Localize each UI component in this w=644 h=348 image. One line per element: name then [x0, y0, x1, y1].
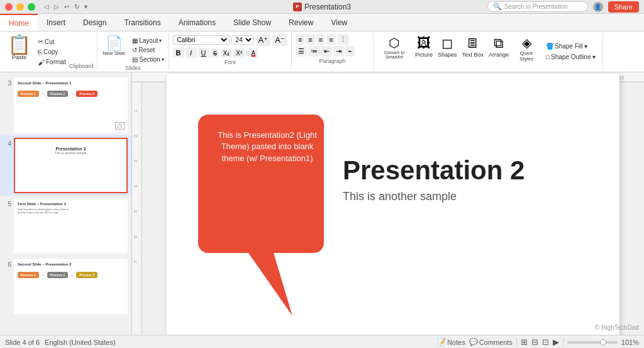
reset-icon: ↺ [132, 47, 137, 53]
quick-styles-button[interactable]: ◈ Quick Styles [511, 34, 541, 69]
superscript-button[interactable]: X² [233, 48, 245, 58]
align-center-button[interactable]: ≡ [306, 34, 314, 45]
clipboard-group: 📋 Paste ✂ Cut ⎘ Copy 🖌 Format Clipboard [0, 33, 97, 70]
italic-button[interactable]: I [186, 48, 197, 58]
shape-outline-button[interactable]: □ Shape Outline ▾ [544, 53, 597, 61]
copy-label: Copy [43, 48, 58, 55]
slide-4-title: Presentation 2 [15, 147, 126, 151]
indent-increase-button[interactable]: ⇥ [333, 46, 344, 57]
slide-item-6[interactable]: 6 Second Slide – Presentation 2 Process … [0, 256, 131, 317]
align-left-button[interactable]: ≡ [296, 34, 304, 45]
tab-insert[interactable]: Insert [38, 14, 74, 31]
tab-animations[interactable]: Animations [170, 14, 225, 31]
font-color-button[interactable]: A [249, 48, 258, 58]
repeat-icon[interactable]: ↻ [73, 3, 80, 10]
proc-arrow-2: → [70, 92, 74, 96]
minimize-button[interactable] [16, 3, 24, 11]
align-right-button[interactable]: ≡ [316, 34, 325, 45]
ribbon-tab-bar: Home Insert Design Transitions Animation… [0, 14, 644, 31]
back-icon[interactable]: ◁ [43, 3, 50, 10]
text-direction-button[interactable]: ⌁ [345, 46, 355, 57]
reset-button[interactable]: ↺ Reset [130, 46, 165, 54]
new-slide-button[interactable]: 📄 New Slide [100, 35, 128, 57]
main-area: 3 Second Slide – Presentation 1 Process … [0, 72, 644, 335]
svg-text:13: 13 [619, 76, 624, 80]
layout-button[interactable]: ▦ Layout ▾ [130, 36, 165, 45]
copy-button[interactable]: ⎘ Copy [36, 48, 68, 57]
font-increase-button[interactable]: A⁺ [256, 34, 271, 46]
slide-thumbnail-4: Presentation 2 This is another sample [14, 138, 128, 193]
cut-button[interactable]: ✂ Cut [36, 37, 68, 47]
zoom-level[interactable]: 101% [621, 339, 639, 346]
tab-transitions[interactable]: Transitions [115, 14, 169, 31]
slide-4-subtitle: This is another sample [15, 151, 126, 155]
text-box-button[interactable]: 🗏 Text Box [459, 34, 486, 69]
ribbon-content: 📋 Paste ✂ Cut ⎘ Copy 🖌 Format Clipboard [0, 31, 644, 72]
proc-arrow-1: → [41, 92, 45, 96]
normal-view-button[interactable]: ⊞ [521, 337, 528, 347]
reading-view-button[interactable]: ⊡ [542, 337, 549, 347]
bold-button[interactable]: B [173, 48, 184, 58]
forward-icon[interactable]: ▷ [53, 3, 60, 10]
font-family-select[interactable]: Calibri [173, 35, 230, 45]
slide-item-5[interactable]: 5 First Slide – Presentation 2 Note how … [0, 196, 131, 256]
numbered-list-button[interactable]: ≔ [308, 46, 320, 57]
shapes-button[interactable]: ◻ Shapes [435, 34, 460, 69]
tab-home[interactable]: Home [0, 14, 38, 31]
shape-fill-button[interactable]: 🪣 Shape Fill ▾ [544, 42, 597, 50]
user-avatar[interactable]: 👤 [593, 2, 603, 12]
slides-panel: 3 Second Slide – Presentation 1 Process … [0, 72, 132, 335]
convert-smartart-button[interactable]: ⬡ Convert to SmartArt [376, 34, 413, 69]
slide-6-title: Second Slide – Presentation 2 [15, 260, 126, 267]
ruler-vertical: 1 2 3 4 5 6 7 [132, 82, 142, 335]
proc-box-2: Process 2 [47, 91, 69, 97]
new-slide-label: New Slide [103, 50, 125, 56]
customize-icon[interactable]: ▾ [83, 3, 89, 10]
tab-view[interactable]: View [322, 14, 356, 31]
text-box-label: Text Box [462, 52, 484, 58]
subscript-button[interactable]: X₂ [221, 48, 233, 58]
picture-button[interactable]: 🖼 Picture [413, 34, 435, 69]
shapes-icon: ◻ [441, 35, 453, 52]
tab-design[interactable]: Design [74, 14, 115, 31]
slide-canvas-title[interactable]: Presentation 2 [343, 155, 525, 186]
callout-container[interactable]: This is Presentation2 (Light Theme) past… [198, 108, 330, 181]
slideshow-button[interactable]: ▶ [553, 337, 559, 347]
shapes-label: Shapes [438, 52, 457, 58]
underline-button[interactable]: U [198, 48, 209, 58]
slide-item-4[interactable]: 4 Presentation 2 This is another sample [0, 135, 131, 196]
notes-button[interactable]: 📝 Notes [437, 338, 465, 346]
language-info: English (United States) [45, 339, 116, 346]
strikethrough-button[interactable]: S̶ [211, 48, 219, 58]
svg-text:3: 3 [133, 160, 138, 162]
search-box[interactable]: 🔍 Search in Presentation [487, 1, 588, 12]
share-button[interactable]: Share [608, 1, 639, 13]
section-button[interactable]: ▤ Section ▾ [130, 55, 165, 64]
columns-button[interactable]: ⋮ [337, 34, 349, 45]
arrange-button[interactable]: ⧉ Arrange [486, 34, 511, 69]
zoom-slider[interactable] [567, 341, 618, 344]
bullet-list-button[interactable]: ☰ [296, 46, 307, 57]
tab-slideshow[interactable]: Slide Show [225, 14, 280, 31]
maximize-button[interactable] [28, 3, 35, 11]
clipboard-label: Clipboard [68, 63, 95, 69]
close-button[interactable] [5, 3, 13, 11]
slide-canvas-subtitle[interactable]: This is another sample [343, 190, 457, 203]
comments-button[interactable]: 💬 Comments [469, 338, 513, 346]
undo-icon[interactable]: ↩ [63, 3, 70, 10]
shape-format-buttons: 🪣 Shape Fill ▾ □ Shape Outline ▾ [541, 34, 600, 69]
svg-text:7: 7 [133, 261, 138, 263]
slide-item-3[interactable]: 3 Second Slide – Presentation 1 Process … [0, 75, 131, 135]
indent-decrease-button[interactable]: ⇤ [321, 46, 332, 57]
paste-button[interactable]: 📋 Paste [3, 34, 36, 69]
justify-button[interactable]: ≡ [326, 34, 335, 45]
cut-label: Cut [45, 38, 55, 45]
slide-sorter-button[interactable]: ⊟ [531, 337, 538, 347]
section-icon: ▤ [132, 56, 138, 63]
new-slide-icon: 📄 [106, 36, 123, 50]
tab-review[interactable]: Review [280, 14, 322, 31]
format-painter-button[interactable]: 🖌 Format [36, 58, 68, 67]
font-size-select[interactable]: 24 [231, 35, 254, 45]
font-decrease-button[interactable]: A⁻ [272, 34, 287, 46]
zoom-thumb [600, 339, 606, 345]
